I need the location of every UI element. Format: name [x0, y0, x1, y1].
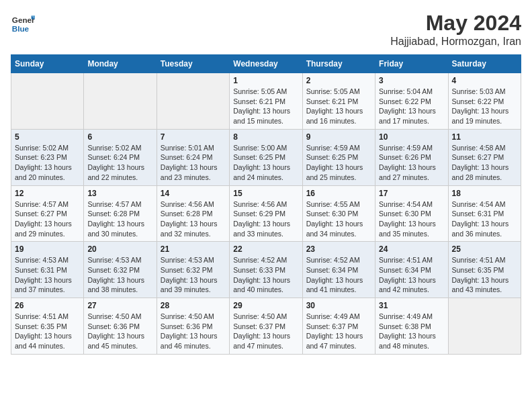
day-number: 17 — [379, 189, 444, 198]
day-info: Sunrise: 4:59 AM Sunset: 6:25 PM Dayligh… — [306, 143, 371, 183]
page-header: General Blue May 2024 Hajjiabad, Hormozg… — [11, 11, 521, 48]
day-info: Sunrise: 4:55 AM Sunset: 6:30 PM Dayligh… — [306, 199, 371, 239]
calendar-cell: 12Sunrise: 4:57 AM Sunset: 6:27 PM Dayli… — [11, 185, 84, 242]
day-number: 24 — [379, 244, 444, 254]
day-info: Sunrise: 4:57 AM Sunset: 6:27 PM Dayligh… — [15, 199, 80, 239]
day-info: Sunrise: 5:01 AM Sunset: 6:24 PM Dayligh… — [161, 143, 226, 183]
day-number: 11 — [452, 132, 517, 142]
day-info: Sunrise: 4:52 AM Sunset: 6:33 PM Dayligh… — [233, 255, 298, 295]
calendar-cell: 21Sunrise: 4:53 AM Sunset: 6:32 PM Dayli… — [157, 242, 229, 298]
day-header-monday: Monday — [84, 55, 157, 73]
calendar-cell: 11Sunrise: 4:58 AM Sunset: 6:27 PM Dayli… — [448, 129, 521, 185]
day-info: Sunrise: 4:51 AM Sunset: 6:34 PM Dayligh… — [379, 255, 444, 295]
day-number: 6 — [87, 132, 152, 142]
day-number: 8 — [233, 132, 298, 142]
svg-text:Blue: Blue — [12, 24, 30, 33]
day-number: 14 — [161, 189, 226, 198]
week-row-5: 26Sunrise: 4:51 AM Sunset: 6:35 PM Dayli… — [11, 298, 521, 355]
day-info: Sunrise: 4:54 AM Sunset: 6:31 PM Dayligh… — [452, 199, 517, 239]
day-number: 22 — [233, 244, 298, 254]
calendar-cell — [84, 73, 157, 130]
calendar-cell: 20Sunrise: 4:53 AM Sunset: 6:32 PM Dayli… — [84, 242, 157, 298]
calendar-cell: 19Sunrise: 4:53 AM Sunset: 6:31 PM Dayli… — [11, 242, 84, 298]
day-info: Sunrise: 4:51 AM Sunset: 6:35 PM Dayligh… — [452, 255, 517, 295]
calendar-cell: 10Sunrise: 4:59 AM Sunset: 6:26 PM Dayli… — [375, 129, 448, 185]
day-info: Sunrise: 5:05 AM Sunset: 6:21 PM Dayligh… — [306, 87, 371, 126]
day-number: 31 — [379, 301, 444, 310]
day-number: 23 — [306, 244, 371, 254]
day-number: 26 — [15, 301, 80, 310]
day-info: Sunrise: 4:53 AM Sunset: 6:31 PM Dayligh… — [15, 255, 80, 295]
day-info: Sunrise: 4:50 AM Sunset: 6:37 PM Dayligh… — [233, 312, 298, 351]
day-info: Sunrise: 4:54 AM Sunset: 6:30 PM Dayligh… — [379, 199, 444, 239]
calendar-cell: 25Sunrise: 4:51 AM Sunset: 6:35 PM Dayli… — [448, 242, 521, 298]
calendar-cell: 24Sunrise: 4:51 AM Sunset: 6:34 PM Dayli… — [375, 242, 448, 298]
calendar-cell — [448, 298, 521, 355]
day-header-sunday: Sunday — [11, 55, 84, 73]
day-info: Sunrise: 5:03 AM Sunset: 6:22 PM Dayligh… — [452, 87, 517, 126]
calendar-cell: 22Sunrise: 4:52 AM Sunset: 6:33 PM Dayli… — [230, 242, 302, 298]
calendar-cell: 29Sunrise: 4:50 AM Sunset: 6:37 PM Dayli… — [230, 298, 302, 355]
day-info: Sunrise: 5:02 AM Sunset: 6:24 PM Dayligh… — [87, 143, 152, 183]
day-info: Sunrise: 4:50 AM Sunset: 6:36 PM Dayligh… — [87, 312, 152, 351]
calendar-cell: 13Sunrise: 4:57 AM Sunset: 6:28 PM Dayli… — [84, 185, 157, 242]
calendar-cell: 2Sunrise: 5:05 AM Sunset: 6:21 PM Daylig… — [302, 73, 375, 130]
calendar-cell: 4Sunrise: 5:03 AM Sunset: 6:22 PM Daylig… — [448, 73, 521, 130]
calendar-cell: 6Sunrise: 5:02 AM Sunset: 6:24 PM Daylig… — [84, 129, 157, 185]
day-number: 9 — [306, 132, 371, 142]
day-info: Sunrise: 4:53 AM Sunset: 6:32 PM Dayligh… — [87, 255, 152, 295]
day-info: Sunrise: 4:49 AM Sunset: 6:38 PM Dayligh… — [379, 312, 444, 351]
day-number: 30 — [306, 301, 371, 310]
day-number: 16 — [306, 189, 371, 198]
calendar-cell: 26Sunrise: 4:51 AM Sunset: 6:35 PM Dayli… — [11, 298, 84, 355]
day-number: 19 — [15, 244, 80, 254]
day-info: Sunrise: 5:05 AM Sunset: 6:21 PM Dayligh… — [233, 87, 298, 126]
calendar-cell: 17Sunrise: 4:54 AM Sunset: 6:30 PM Dayli… — [375, 185, 448, 242]
calendar-cell: 27Sunrise: 4:50 AM Sunset: 6:36 PM Dayli… — [84, 298, 157, 355]
week-row-1: 1Sunrise: 5:05 AM Sunset: 6:21 PM Daylig… — [11, 73, 521, 130]
day-number: 20 — [87, 244, 152, 254]
day-number: 1 — [233, 76, 298, 85]
day-number: 4 — [452, 76, 517, 85]
day-number: 7 — [161, 132, 226, 142]
calendar-cell: 14Sunrise: 4:56 AM Sunset: 6:28 PM Dayli… — [157, 185, 229, 242]
day-number: 27 — [87, 301, 152, 310]
title-block: May 2024 Hajjiabad, Hormozgan, Iran — [390, 11, 521, 48]
calendar-cell: 23Sunrise: 4:52 AM Sunset: 6:34 PM Dayli… — [302, 242, 375, 298]
calendar-cell: 8Sunrise: 5:00 AM Sunset: 6:25 PM Daylig… — [230, 129, 302, 185]
calendar-cell: 9Sunrise: 4:59 AM Sunset: 6:25 PM Daylig… — [302, 129, 375, 185]
calendar-body: 1Sunrise: 5:05 AM Sunset: 6:21 PM Daylig… — [11, 73, 521, 355]
day-number: 15 — [233, 189, 298, 198]
day-header-thursday: Thursday — [302, 55, 375, 73]
day-number: 10 — [379, 132, 444, 142]
day-number: 13 — [87, 189, 152, 198]
day-info: Sunrise: 4:59 AM Sunset: 6:26 PM Dayligh… — [379, 143, 444, 183]
day-info: Sunrise: 4:56 AM Sunset: 6:28 PM Dayligh… — [161, 199, 226, 239]
day-number: 29 — [233, 301, 298, 310]
day-info: Sunrise: 5:00 AM Sunset: 6:25 PM Dayligh… — [233, 143, 298, 183]
day-info: Sunrise: 5:04 AM Sunset: 6:22 PM Dayligh… — [379, 87, 444, 126]
day-info: Sunrise: 4:50 AM Sunset: 6:36 PM Dayligh… — [161, 312, 226, 351]
calendar-table: SundayMondayTuesdayWednesdayThursdayFrid… — [11, 54, 521, 355]
day-info: Sunrise: 4:58 AM Sunset: 6:27 PM Dayligh… — [452, 143, 517, 183]
calendar-cell: 30Sunrise: 4:49 AM Sunset: 6:37 PM Dayli… — [302, 298, 375, 355]
day-number: 18 — [452, 189, 517, 198]
calendar-cell: 16Sunrise: 4:55 AM Sunset: 6:30 PM Dayli… — [302, 185, 375, 242]
day-header-saturday: Saturday — [448, 55, 521, 73]
day-header-tuesday: Tuesday — [157, 55, 229, 73]
calendar-cell — [157, 73, 229, 130]
calendar-cell: 28Sunrise: 4:50 AM Sunset: 6:36 PM Dayli… — [157, 298, 229, 355]
day-info: Sunrise: 4:57 AM Sunset: 6:28 PM Dayligh… — [87, 199, 152, 239]
page-title: May 2024 — [390, 11, 521, 36]
calendar-cell: 31Sunrise: 4:49 AM Sunset: 6:38 PM Dayli… — [375, 298, 448, 355]
day-number: 3 — [379, 76, 444, 85]
logo-icon: General Blue — [11, 11, 35, 35]
day-number: 5 — [15, 132, 80, 142]
day-number: 25 — [452, 244, 517, 254]
day-info: Sunrise: 4:56 AM Sunset: 6:29 PM Dayligh… — [233, 199, 298, 239]
calendar-cell: 7Sunrise: 5:01 AM Sunset: 6:24 PM Daylig… — [157, 129, 229, 185]
day-number: 2 — [306, 76, 371, 85]
calendar-cell: 15Sunrise: 4:56 AM Sunset: 6:29 PM Dayli… — [230, 185, 302, 242]
page-subtitle: Hajjiabad, Hormozgan, Iran — [390, 36, 521, 48]
day-info: Sunrise: 5:02 AM Sunset: 6:23 PM Dayligh… — [15, 143, 80, 183]
